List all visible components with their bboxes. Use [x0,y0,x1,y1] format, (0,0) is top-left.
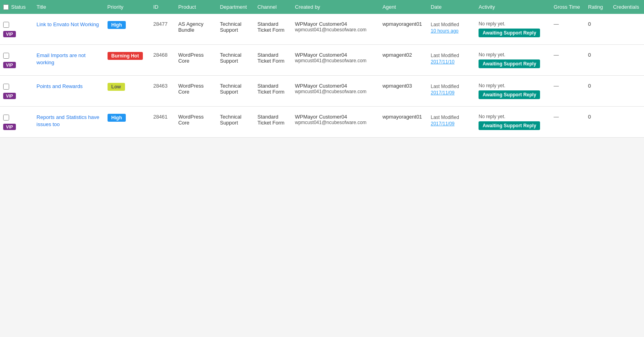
ticket-priority-cell: High [104,107,150,138]
vip-badge: VIP [3,124,16,130]
ticket-agent-cell: wpmayoragent01 [379,107,428,138]
ticket-title[interactable]: Email Imports are not working [37,52,86,65]
awaiting-badge[interactable]: Awaiting Support Reply [479,121,540,130]
ticket-activity-cell: No reply yet. Awaiting Support Reply [475,107,550,138]
ticket-gross-time-cell: — [550,107,585,138]
header-department: Department [217,0,254,14]
created-by-email: wpmcust041@ncubesofware.com [295,27,376,33]
gross-time-value: — [554,83,559,89]
ticket-credentials-cell [610,14,644,45]
awaiting-badge[interactable]: Awaiting Support Reply [479,59,540,68]
ticket-channel-cell: Standard Ticket Form [254,14,292,45]
ticket-department-cell: Technical Support [217,76,254,107]
ticket-title[interactable]: Link to Envato Not Working [37,21,99,27]
ticket-id-cell: 28477 [150,14,175,45]
table-row: VIP Points and Rewards Low 28463 WordPre… [0,76,644,107]
ticket-date-cell: Last Modified 2017/11/10 [427,45,475,76]
date-value[interactable]: 2017/11/10 [431,59,472,65]
ticket-activity-cell: No reply yet. Awaiting Support Reply [475,76,550,107]
ticket-priority-cell: High [104,14,150,45]
date-value[interactable]: 10 hours ago [431,28,472,34]
vip-badge: VIP [3,31,16,37]
table-row: VIP Link to Envato Not Working High 2847… [0,14,644,45]
header-gross-time: Gross Time [550,0,585,14]
header-product: Product [175,0,217,14]
ticket-activity-cell: No reply yet. Awaiting Support Reply [475,45,550,76]
header-date: Date [427,0,475,14]
ticket-channel-cell: Standard Ticket Form [254,107,292,138]
table-row: VIP Email Imports are not working Burnin… [0,45,644,76]
priority-badge: Burning Hot [108,52,143,60]
activity-no-reply: No reply yet. [479,83,547,88]
awaiting-badge[interactable]: Awaiting Support Reply [479,29,540,37]
awaiting-badge[interactable]: Awaiting Support Reply [479,90,540,99]
ticket-created-by-cell: WPMayor Customer04 wpmcust041@ncubesofwa… [292,76,379,107]
tickets-table: Status Title Priority ID Product Departm… [0,0,644,138]
row-checkbox[interactable] [3,22,9,28]
ticket-activity-cell: No reply yet. Awaiting Support Reply [475,14,550,45]
created-by-name: WPMayor Customer04 [295,114,376,120]
ticket-gross-time-cell: — [550,14,585,45]
ticket-rating-cell: 0 [585,45,610,76]
row-status-cell: VIP [0,14,33,45]
priority-badge: High [108,21,126,29]
activity-no-reply: No reply yet. [479,21,547,27]
header-activity: Activity [475,0,550,14]
created-by-name: WPMayor Customer04 [295,83,376,89]
activity-no-reply: No reply yet. [479,52,547,57]
ticket-rating-cell: 0 [585,107,610,138]
priority-badge: High [108,114,126,122]
table-row: VIP Reports and Statistics have issues t… [0,107,644,138]
ticket-product-cell: WordPress Core [175,76,217,107]
ticket-gross-time-cell: — [550,45,585,76]
date-label: Last Modified [431,83,472,90]
ticket-id-cell: 28468 [150,45,175,76]
ticket-id-cell: 28461 [150,107,175,138]
date-value[interactable]: 2017/11/09 [431,90,472,96]
ticket-title-cell: Reports and Statistics have issues too [33,107,104,138]
priority-badge: Low [108,83,125,91]
ticket-product-cell: AS Agency Bundle [175,14,217,45]
ticket-title-cell: Link to Envato Not Working [33,14,104,45]
created-by-email: wpmcust041@ncubesofware.com [295,58,376,63]
header-id: ID [150,0,175,14]
ticket-gross-time-cell: — [550,76,585,107]
gross-time-value: — [554,21,559,27]
vip-badge: VIP [3,93,16,99]
ticket-priority-cell: Burning Hot [104,45,150,76]
row-status-cell: VIP [0,107,33,138]
row-checkbox[interactable] [3,53,9,59]
ticket-created-by-cell: WPMayor Customer04 wpmcust041@ncubesofwa… [292,14,379,45]
ticket-channel-cell: Standard Ticket Form [254,45,292,76]
ticket-department-cell: Technical Support [217,107,254,138]
created-by-name: WPMayor Customer04 [295,52,376,58]
ticket-title[interactable]: Reports and Statistics have issues too [37,114,99,127]
row-checkbox[interactable] [3,84,9,90]
ticket-title-cell: Email Imports are not working [33,45,104,76]
vip-badge: VIP [3,62,16,68]
ticket-priority-cell: Low [104,76,150,107]
ticket-created-by-cell: WPMayor Customer04 wpmcust041@ncubesofwa… [292,107,379,138]
gross-time-value: — [554,52,559,58]
header-credentials: Credentials [610,0,644,14]
ticket-id-cell: 28463 [150,76,175,107]
table-header-row: Status Title Priority ID Product Departm… [0,0,644,14]
ticket-credentials-cell [610,107,644,138]
ticket-date-cell: Last Modified 2017/11/09 [427,76,475,107]
ticket-product-cell: WordPress Core [175,45,217,76]
date-label: Last Modified [431,114,472,121]
ticket-rating-cell: 0 [585,76,610,107]
ticket-product-cell: WordPress Core [175,107,217,138]
header-created-by: Created by [292,0,379,14]
select-all-checkbox[interactable] [3,4,9,10]
ticket-title-cell: Points and Rewards [33,76,104,107]
ticket-date-cell: Last Modified 2017/11/09 [427,107,475,138]
ticket-title[interactable]: Points and Rewards [37,83,83,89]
ticket-credentials-cell [610,45,644,76]
row-checkbox[interactable] [3,115,9,121]
ticket-created-by-cell: WPMayor Customer04 wpmcust041@ncubesofwa… [292,45,379,76]
ticket-agent-cell: wpmayoragent01 [379,14,428,45]
created-by-name: WPMayor Customer04 [295,21,376,27]
gross-time-value: — [554,114,559,120]
date-value[interactable]: 2017/11/09 [431,121,472,126]
